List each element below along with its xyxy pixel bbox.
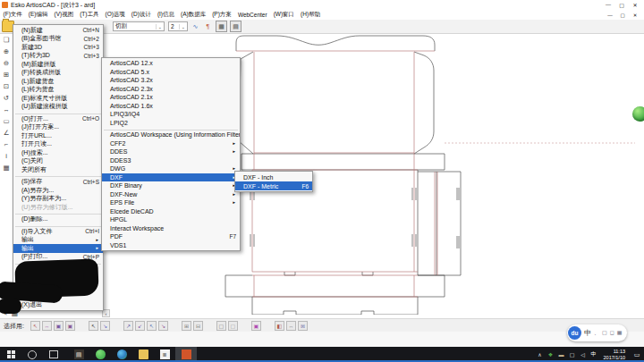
selection-tool-button[interactable] <box>170 321 180 331</box>
tray-icon[interactable]: ∧ <box>535 351 546 358</box>
menubar-item[interactable]: (I)信息 <box>154 11 177 19</box>
menu-item[interactable]: (U)新建滚模拼版 ► <box>13 103 103 112</box>
tray-icon[interactable]: ▢ <box>567 351 578 358</box>
selection-tool-button[interactable]: ⊠ <box>298 321 308 331</box>
toolbar-button[interactable]: ▦ <box>216 21 227 32</box>
selection-tool-button[interactable]: ▢ <box>216 321 226 331</box>
selection-tool-button[interactable]: ↗ <box>123 321 133 331</box>
menu-item[interactable]: (I)导入文件 Ctrl+I ► <box>13 227 103 236</box>
menu-item[interactable]: 打开URL... ► <box>13 131 103 140</box>
pointsize-dropdown[interactable]: 2 ⌄ <box>168 21 188 31</box>
menubar-item[interactable]: (P)方案 <box>209 11 235 19</box>
selection-tool-button[interactable]: ◧ <box>275 321 284 331</box>
menu-item[interactable]: ArtiosCAD 1.6x ► <box>102 102 240 111</box>
menubar-item[interactable]: (E)编辑 <box>25 11 51 19</box>
menu-item[interactable]: DWG ► <box>102 164 240 173</box>
menu-item[interactable]: (J)打开方案... ► <box>13 123 103 132</box>
restore-icon[interactable]: ▢ <box>618 2 625 8</box>
selection-tool-button[interactable]: ⊟ <box>193 321 203 331</box>
menu-item[interactable]: (T)转为3D Ctrl+3 ► <box>13 52 103 61</box>
tray-icon[interactable]: ▬ <box>556 352 567 358</box>
selection-tool-button[interactable]: ↙ <box>135 321 145 331</box>
selection-tool-button[interactable] <box>205 321 215 331</box>
selection-tool-button[interactable]: ↘ <box>158 321 168 331</box>
menu-item[interactable]: (Y)另存副本为... ► <box>13 195 103 204</box>
menu-item[interactable]: DXF Binary ► <box>102 181 240 190</box>
toolbar-button[interactable]: ¶ <box>203 21 213 31</box>
selection-tool-button[interactable]: ▣ <box>54 321 64 331</box>
menu-item[interactable]: 打开只读... ► <box>13 140 103 149</box>
menubar-item[interactable]: (F)文件 <box>0 11 25 19</box>
tool-button[interactable]: ⊖ <box>1 58 12 68</box>
menu-item[interactable]: EPS File ► <box>102 198 240 207</box>
selection-tool-button[interactable] <box>77 321 87 331</box>
tool-button[interactable]: ↔ <box>1 105 12 114</box>
tool-button[interactable]: ↺ <box>1 93 12 103</box>
menu-item[interactable]: (S)保存 Ctrl+S ► <box>13 178 103 187</box>
doc-restore-icon[interactable]: ▢ <box>619 13 626 18</box>
menubar-item[interactable]: (D)设计 <box>128 11 154 19</box>
selection-tool-button[interactable]: ↔ <box>42 321 52 331</box>
menu-item[interactable]: ArtiosCAD 12.x ► <box>102 59 240 68</box>
selection-tool-button[interactable]: ▣ <box>251 321 261 331</box>
menu-item[interactable]: ArtiosCAD 2.3x ► <box>102 85 240 94</box>
menubar-item[interactable]: WebCenter <box>234 12 270 18</box>
menubar-item[interactable]: (V)视图 <box>51 11 77 19</box>
menu-item[interactable]: (B)盒形图书馆 Ctrl+2 ► <box>13 35 103 44</box>
menu-item[interactable]: DXF-New ► <box>102 190 240 199</box>
doc-close-icon[interactable]: ✕ <box>631 13 639 18</box>
clock[interactable]: 11:13 2017/1/10 <box>599 349 630 360</box>
minimize-icon[interactable]: — <box>605 2 612 8</box>
tool-button[interactable]: ❏ <box>1 35 12 45</box>
selection-tool-button[interactable]: ▣ <box>65 321 75 331</box>
selection-tool-button[interactable] <box>112 321 122 331</box>
menu-item[interactable]: Elcede DieCAD ► <box>102 207 240 216</box>
ime-icon[interactable]: 、 <box>594 329 599 337</box>
ime-icon[interactable]: ▦ <box>617 329 623 337</box>
tray-icon[interactable]: ◁ <box>578 351 589 358</box>
baidu-ime-icon[interactable]: du <box>568 326 581 340</box>
selection-tool-button[interactable] <box>263 321 273 331</box>
tool-button[interactable]: ⌐ <box>1 139 12 149</box>
close-icon[interactable]: ✕ <box>631 2 639 8</box>
doc-minimize-icon[interactable]: — <box>606 13 614 18</box>
tool-button[interactable]: i <box>1 151 12 161</box>
action-center-icon[interactable]: ▭ <box>630 351 644 358</box>
menu-item[interactable]: VDS1 ► <box>102 241 240 250</box>
tray-icon[interactable]: 中 <box>589 350 599 358</box>
menu-item[interactable]: ArtiosCAD 5.x ► <box>102 68 240 77</box>
menu-item[interactable]: 关闭所有 ► <box>13 165 103 174</box>
menu-item[interactable]: (N)新建 Ctrl+N ► <box>13 26 103 35</box>
selection-tool-button[interactable]: ↔ <box>286 321 296 331</box>
selection-tool-button[interactable] <box>240 321 250 331</box>
ime-mode-indicator[interactable]: 中 <box>584 328 591 338</box>
menu-item[interactable]: (C)关闭 ► <box>13 157 103 166</box>
selection-tool-button[interactable]: ↖ <box>30 321 40 331</box>
menu-item[interactable]: LPIQ3/IQ4 ► <box>102 110 240 119</box>
ime-icon[interactable]: ◻ <box>610 329 614 337</box>
menu-item[interactable]: DXF ► <box>102 173 240 182</box>
menu-item[interactable]: (A)另存为... ► <box>13 186 103 195</box>
tool-button[interactable]: ∠ <box>1 128 12 138</box>
menu-item[interactable]: LPIQ2 ► <box>102 119 240 128</box>
tool-button[interactable]: ⊕ <box>1 46 12 56</box>
ime-icon[interactable]: ▢ <box>602 329 607 337</box>
menu-item[interactable]: PDF F7 ► <box>102 232 240 241</box>
toolbar-button[interactable]: ∿ <box>191 21 200 31</box>
menubar-item[interactable]: (H)帮助 <box>298 11 324 19</box>
linetype-dropdown[interactable]: 切割 ⌄ <box>113 21 165 31</box>
selection-tool-button[interactable]: ↖ <box>89 321 98 331</box>
menubar-item[interactable]: (O)选项 <box>102 11 128 19</box>
menu-item[interactable]: Interact Workspace ► <box>102 224 240 233</box>
menu-item[interactable]: DXF - Metric F6 ► <box>235 181 312 190</box>
tool-button[interactable]: ▭ <box>1 116 12 126</box>
menu-item[interactable]: (D)删除... ► <box>13 215 103 224</box>
menu-item[interactable]: (M)新建拼版 ► <box>13 60 103 69</box>
menu-item[interactable]: HPGL ► <box>102 215 240 224</box>
floating-assistant-icon[interactable] <box>632 106 644 122</box>
tool-button[interactable]: ▦ <box>1 163 12 173</box>
menu-item[interactable]: 输出 ► <box>13 244 103 253</box>
menu-item[interactable]: 输出 ► <box>13 236 103 245</box>
menu-item[interactable]: 新建3D Ctrl+3 ► <box>13 43 103 52</box>
menu-item[interactable]: DDES ► <box>102 147 240 156</box>
